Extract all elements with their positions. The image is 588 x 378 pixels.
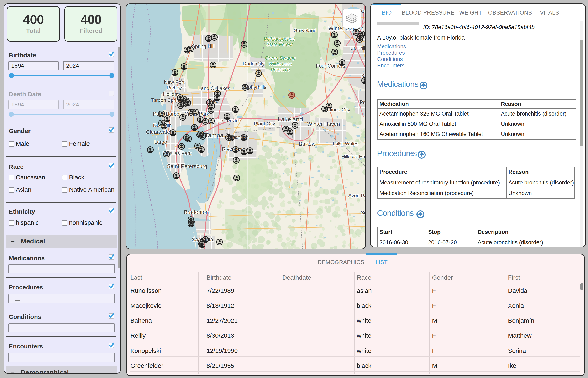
svg-text:Largo: Largo	[154, 139, 167, 145]
svg-text:Bradenton: Bradenton	[184, 209, 209, 215]
svg-text:Green Swamp: Green Swamp	[265, 55, 295, 61]
svg-text:Dade City: Dade City	[243, 61, 265, 67]
svg-text:Clearwater: Clearwater	[146, 129, 172, 135]
svg-text:Poinci: Poinci	[360, 99, 366, 105]
svg-text:Seb: Seb	[361, 210, 366, 216]
svg-text:Saint Petersburg: Saint Petersburg	[167, 163, 207, 169]
svg-text:Land O' Lakes: Land O' Lakes	[198, 85, 230, 91]
svg-text:Tampa: Tampa	[205, 132, 224, 139]
svg-text:Spring Hill: Spring Hill	[192, 43, 214, 49]
svg-text:Hillcrest Heigh: Hillcrest Heigh	[342, 154, 366, 159]
svg-text:Lakeland: Lakeland	[278, 116, 303, 123]
svg-text:Withlacoochee: Withlacoochee	[264, 36, 295, 41]
svg-text:Wilderness: Wilderness	[268, 61, 292, 67]
svg-text:Holiday: Holiday	[163, 91, 180, 97]
svg-text:Bartow: Bartow	[299, 141, 316, 147]
svg-text:Avon Par: Avon Par	[348, 193, 366, 198]
svg-text:Preserve: Preserve	[271, 67, 290, 72]
svg-text:Dr. Philli: Dr. Philli	[350, 46, 366, 51]
svg-text:State Forest: State Forest	[266, 42, 293, 47]
svg-text:Richey: Richey	[167, 85, 182, 90]
svg-text:Groveland: Groveland	[294, 28, 317, 33]
svg-text:Winter Haven: Winter Haven	[307, 121, 340, 127]
svg-text:Lake Wales: Lake Wales	[333, 141, 359, 146]
svg-text:Plant City: Plant City	[254, 121, 275, 126]
svg-text:New Port: New Port	[164, 79, 185, 85]
